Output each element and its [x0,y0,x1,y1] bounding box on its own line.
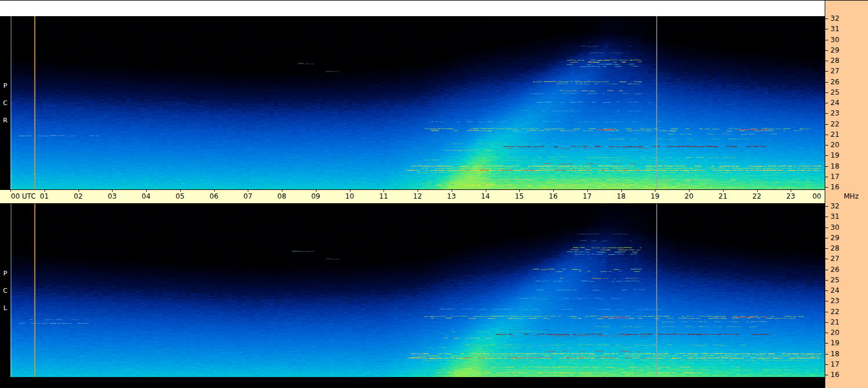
polarization-letter: R [3,117,8,124]
hour-label: 10 [345,190,354,203]
time-axis-start-label: 00 UTC [11,190,36,203]
hour-label: 23 [787,190,795,203]
lcp-spectrogram [10,204,825,377]
tick-mark [825,238,828,238]
frequency-tick-label: 24 [830,286,839,294]
polarization-letter: P [3,270,8,277]
time-axis-end-label: 00 [813,190,821,203]
frequency-tick-label: 28 [830,57,839,65]
hour-label: 08 [277,190,286,203]
tick-mark [825,50,828,51]
frequency-tick-label: 17 [830,173,839,181]
dps-page: AJ4CO Observatory 14 Nov 2020 - DPS on T… [0,0,868,388]
tick-mark [825,322,828,323]
frequency-tick-label: 21 [830,318,839,326]
hour-label: 09 [311,190,320,203]
tick-mark [825,61,828,61]
tick-mark [825,92,828,93]
tick-mark [825,312,828,312]
hour-label: 02 [74,190,83,203]
hour-label: 19 [651,190,660,203]
frequency-tick-label: 31 [830,212,839,221]
tick-mark [825,301,828,301]
frequency-tick-label: 16 [830,371,839,379]
frequency-tick-label: 17 [830,360,839,368]
tick-mark [825,280,828,281]
frequency-tick-label: 25 [830,276,839,284]
time-axis: 00 UTC 00 010203040506070809101112131415… [0,189,825,204]
tick-mark [825,18,828,19]
frequency-axis-column: 3231302928272625242322212019181716 MHz 3… [825,1,868,388]
tick-mark [825,113,828,114]
rcp-spectrogram [10,16,825,189]
hour-label: 22 [752,190,761,203]
tick-mark [825,270,828,270]
tick-mark [825,217,828,217]
frequency-tick-label: 19 [830,151,839,159]
frequency-tick-label: 27 [830,67,839,75]
frequency-tick-label: 20 [830,141,839,149]
frequency-scale-rcp: 3231302928272625242322212019181716 [825,16,868,189]
bottom-margin [0,377,825,388]
frequency-tick-label: 32 [830,202,839,210]
hour-label: 17 [583,190,591,203]
frequency-tick-label: 28 [830,244,839,252]
title-bar: AJ4CO Observatory 14 Nov 2020 - DPS on T… [0,1,825,16]
tick-mark [825,166,828,167]
tick-mark [825,82,828,83]
hour-label: 14 [481,190,490,203]
tick-mark [825,187,828,188]
frequency-tick-label: 18 [830,350,839,358]
frequency-tick-label: 19 [830,339,839,347]
frequency-tick-label: 18 [830,162,839,170]
tick-mark [825,206,828,207]
tick-mark [825,375,828,375]
hour-tick-mark [10,190,11,192]
hour-label: 05 [176,190,184,203]
frequency-tick-label: 23 [830,109,839,117]
frequency-tick-label: 22 [830,120,839,128]
tick-mark [825,354,828,355]
frequency-tick-label: 26 [830,266,839,274]
hour-label: 03 [108,190,117,203]
frequency-tick-label: 24 [830,99,839,107]
tick-mark [825,177,828,177]
polarization-letter: L [3,304,7,312]
frequency-tick-label: 21 [830,130,839,139]
frequency-tick-label: 30 [830,36,839,44]
frequency-tick-label: 26 [830,78,839,86]
hour-label: 15 [515,190,524,203]
hour-label: 21 [718,190,727,203]
frequency-tick-label: 27 [830,255,839,263]
tick-mark [825,259,828,259]
hour-label: 16 [549,190,557,203]
tick-mark [825,227,828,228]
tick-mark [825,135,828,135]
tick-mark [825,290,828,291]
frequency-tick-label: 20 [830,329,839,337]
hour-label: 06 [210,190,218,203]
tick-mark [825,29,828,29]
frequency-tick-label: 25 [830,88,839,96]
frequency-tick-label: 22 [830,308,839,316]
polarization-letter: C [3,99,8,107]
frequency-scale-lcp: 3231302928272625242322212019181716 [825,204,868,377]
hour-label: 20 [684,190,693,203]
tick-mark [825,343,828,344]
tick-mark [825,155,828,156]
frequency-tick-label: 29 [830,234,839,242]
hour-tick-mark [825,190,825,192]
hour-label: 04 [141,190,150,203]
tick-mark [825,333,828,333]
frequency-tick-label: 29 [830,46,839,54]
frequency-tick-label: 30 [830,223,839,232]
tick-mark [825,103,828,103]
tick-mark [825,71,828,72]
tick-mark [825,124,828,125]
tick-mark [825,40,828,40]
hour-label: 13 [447,190,456,203]
tick-mark [825,145,828,146]
hour-label: 01 [40,190,49,203]
hour-label: 07 [244,190,252,203]
frequency-tick-label: 32 [830,14,839,23]
